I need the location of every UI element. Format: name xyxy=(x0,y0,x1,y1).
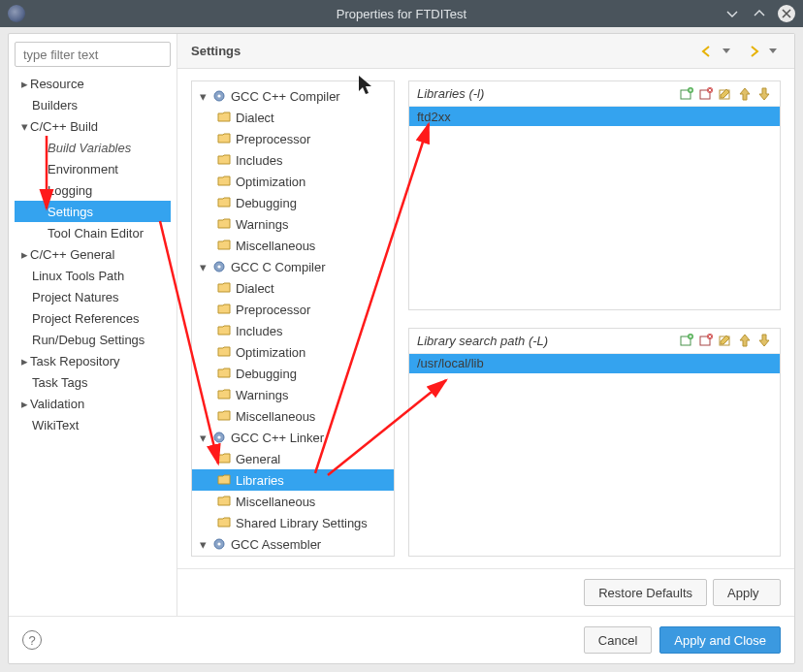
back-menu-icon[interactable] xyxy=(719,44,734,59)
tool-c-dialect[interactable]: Dialect xyxy=(192,277,394,299)
tool-warnings[interactable]: Warnings xyxy=(192,213,394,235)
delete-icon[interactable] xyxy=(698,333,714,348)
nav-task-repo[interactable]: ▸Task Repository xyxy=(15,350,171,371)
tool-linker-general[interactable]: General xyxy=(192,448,394,469)
tool-linker-shared[interactable]: Shared Library Settings xyxy=(192,512,394,533)
nav-linux-tools[interactable]: Linux Tools Path xyxy=(15,265,171,286)
tool-cpp-compiler[interactable]: ▾GCC C++ Compiler xyxy=(192,85,394,107)
folder-icon xyxy=(217,217,231,231)
nav-builders[interactable]: Builders xyxy=(15,94,171,115)
nav-label: Task Tags xyxy=(32,375,88,390)
tool-label: GCC C++ Compiler xyxy=(231,89,340,104)
help-icon[interactable]: ? xyxy=(22,630,42,650)
gear-icon xyxy=(212,89,226,103)
nav-label: WikiText xyxy=(32,418,79,432)
tool-label: Warnings xyxy=(236,217,288,232)
list-item-label: ftd2xx xyxy=(417,110,451,124)
folder-icon xyxy=(217,345,231,359)
nav-label: Logging xyxy=(48,183,92,198)
tool-debugging[interactable]: Debugging xyxy=(192,192,394,213)
nav-cgeneral[interactable]: ▸C/C++ General xyxy=(15,243,171,265)
nav-validation[interactable]: ▸Validation xyxy=(15,393,171,414)
button-label: Cancel xyxy=(598,633,637,648)
tool-c-optimization[interactable]: Optimization xyxy=(192,341,394,363)
libraries-box: Libraries (-l) ftd2xx xyxy=(408,80,781,310)
tool-linker-libraries[interactable]: Libraries xyxy=(192,469,394,491)
library-paths-list[interactable]: /usr/local/lib xyxy=(409,354,780,557)
page-title: Settings xyxy=(191,44,241,58)
add-icon[interactable] xyxy=(679,333,694,348)
tool-c-preprocessor[interactable]: Preprocessor xyxy=(192,299,394,320)
tool-dialect[interactable]: Dialect xyxy=(192,107,394,128)
nav-wikitext[interactable]: WikiText xyxy=(15,414,171,435)
nav-label: Task Repository xyxy=(30,354,119,368)
move-down-icon[interactable] xyxy=(756,86,772,102)
nav-logging[interactable]: Logging xyxy=(15,179,171,201)
folder-icon xyxy=(217,132,231,145)
nav-label: Tool Chain Editor xyxy=(48,226,144,240)
nav-build-variables[interactable]: Build Variables xyxy=(15,137,171,158)
nav-label: Run/Debug Settings xyxy=(32,333,145,347)
button-label: Restore Defaults xyxy=(598,586,692,600)
nav-tool-chain[interactable]: Tool Chain Editor xyxy=(15,222,171,243)
folder-icon xyxy=(217,196,231,209)
nav-task-tags[interactable]: Task Tags xyxy=(15,371,171,393)
add-icon[interactable] xyxy=(679,86,694,102)
tool-optimization[interactable]: Optimization xyxy=(192,171,394,192)
svg-point-3 xyxy=(217,265,220,268)
nav-tree[interactable]: ▸Resource Builders ▾C/C++ Build Build Va… xyxy=(15,73,171,608)
tool-label: GCC C++ Linker xyxy=(231,431,324,445)
list-item[interactable]: /usr/local/lib xyxy=(409,354,780,373)
tool-label: Warnings xyxy=(236,388,288,402)
apply-button[interactable]: Apply xyxy=(713,579,781,606)
forward-menu-icon[interactable] xyxy=(765,44,781,59)
tool-linker-misc[interactable]: Miscellaneous xyxy=(192,491,394,512)
move-up-icon[interactable] xyxy=(737,86,753,102)
libraries-label: Libraries (-l) xyxy=(417,86,484,101)
nav-label: Environment xyxy=(48,162,118,176)
tool-miscellaneous[interactable]: Miscellaneous xyxy=(192,235,394,256)
tool-cpp-linker[interactable]: ▾GCC C++ Linker xyxy=(192,427,394,448)
nav-project-references[interactable]: Project References xyxy=(15,307,171,329)
move-down-icon[interactable] xyxy=(756,333,772,348)
button-label: Apply xyxy=(727,586,759,600)
apply-and-close-button[interactable]: Apply and Close xyxy=(659,626,781,654)
nav-label: Project Natures xyxy=(32,290,119,304)
restore-defaults-button[interactable]: Restore Defaults xyxy=(584,579,707,606)
nav-label: Builders xyxy=(32,98,78,112)
filter-input[interactable] xyxy=(15,42,171,67)
tool-c-warnings[interactable]: Warnings xyxy=(192,384,394,405)
edit-icon[interactable] xyxy=(718,333,733,348)
button-label: Apply and Close xyxy=(674,633,766,648)
tool-c-debugging[interactable]: Debugging xyxy=(192,363,394,384)
forward-icon[interactable] xyxy=(746,44,761,59)
libraries-list[interactable]: ftd2xx xyxy=(409,107,780,309)
tool-c-compiler[interactable]: ▾GCC C Compiler xyxy=(192,256,394,277)
nav-settings[interactable]: Settings xyxy=(15,201,171,222)
cancel-button[interactable]: Cancel xyxy=(584,626,652,654)
tool-preprocessor[interactable]: Preprocessor xyxy=(192,128,394,149)
delete-icon[interactable] xyxy=(698,86,714,102)
tool-label: Includes xyxy=(236,153,282,168)
nav-environment[interactable]: Environment xyxy=(15,158,171,179)
folder-icon xyxy=(217,388,231,401)
list-item[interactable]: ftd2xx xyxy=(409,107,780,126)
tool-c-includes[interactable]: Includes xyxy=(192,320,394,341)
main-header: Settings xyxy=(177,34,794,69)
move-up-icon[interactable] xyxy=(737,333,753,348)
title-bar: Properties for FTDITest xyxy=(0,0,803,27)
nav-resource[interactable]: ▸Resource xyxy=(15,73,171,94)
tool-asm-general[interactable]: General xyxy=(192,555,394,557)
edit-icon[interactable] xyxy=(718,86,733,102)
tool-includes[interactable]: Includes xyxy=(192,149,394,171)
nav-panel: ▸Resource Builders ▾C/C++ Build Build Va… xyxy=(9,34,177,616)
nav-run-debug[interactable]: Run/Debug Settings xyxy=(15,329,171,350)
nav-project-natures[interactable]: Project Natures xyxy=(15,286,171,307)
tool-assembler[interactable]: ▾GCC Assembler xyxy=(192,533,394,555)
back-icon[interactable] xyxy=(699,44,715,59)
tool-label: Shared Library Settings xyxy=(236,516,368,530)
tool-tree[interactable]: ▾GCC C++ Compiler Dialect Preprocessor I… xyxy=(191,80,395,557)
tool-c-miscellaneous[interactable]: Miscellaneous xyxy=(192,405,394,427)
nav-cbuild[interactable]: ▾C/C++ Build xyxy=(15,115,171,137)
tool-label: Includes xyxy=(236,324,282,338)
